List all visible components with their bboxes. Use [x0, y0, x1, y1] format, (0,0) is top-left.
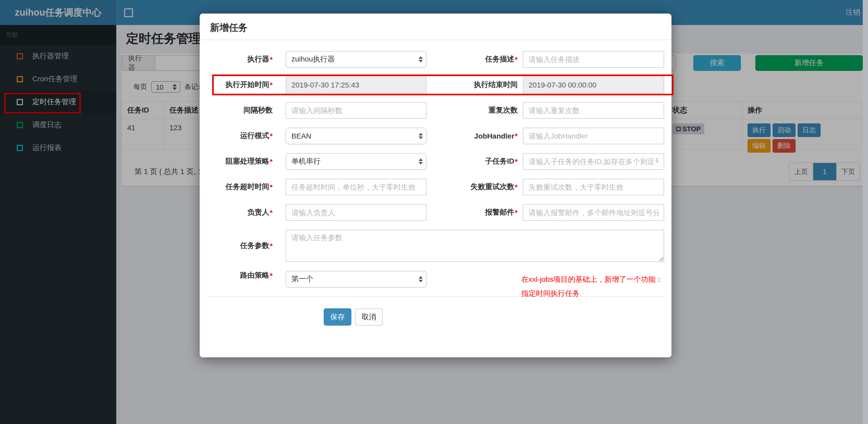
child-job-label: 子任务ID*	[427, 157, 518, 166]
select-arrows-icon	[418, 56, 423, 63]
required-marker: *	[270, 132, 273, 140]
end-time-label: 执行结束时间	[427, 80, 518, 90]
retry-input[interactable]	[523, 179, 664, 195]
required-marker: *	[270, 157, 273, 166]
required-marker: *	[515, 183, 518, 191]
start-time-input[interactable]	[286, 76, 427, 93]
alarm-email-input[interactable]	[523, 204, 664, 221]
required-marker: *	[270, 208, 273, 217]
timeout-input[interactable]	[286, 179, 427, 195]
required-marker: *	[515, 157, 518, 166]
modal-title: 新增任务	[210, 23, 248, 33]
select-arrows-icon	[418, 133, 423, 139]
required-marker: *	[270, 242, 273, 250]
modal-body: 执行器* zuihou执行器 任务描述* 执行开始时间* 执行结束时间 间隔秒数…	[200, 40, 672, 326]
interval-input[interactable]	[286, 102, 427, 119]
block-strategy-select[interactable]: 单机串行	[286, 153, 427, 170]
retry-label: 失败重试次数*	[427, 182, 518, 192]
child-job-input[interactable]	[523, 153, 664, 170]
required-marker: *	[270, 271, 273, 280]
select-arrows-icon	[418, 276, 423, 282]
form-row-owner-email: 负责人* 报警邮件*	[200, 204, 672, 221]
form-row-runmode-handler: 运行模式* BEAN JobHandler*	[200, 128, 672, 144]
form-row-route-strategy: 路由策略* 第一个 在xxl-jobs项目的基础上，新增了一个功能： 指定时间执…	[200, 271, 672, 288]
timeout-label: 任务超时时间*	[200, 182, 273, 192]
required-marker: *	[515, 55, 518, 64]
owner-label: 负责人*	[200, 208, 273, 217]
interval-label: 间隔秒数	[200, 106, 273, 115]
route-strategy-label: 路由策略*	[200, 271, 273, 280]
save-button[interactable]: 保存	[324, 308, 351, 326]
form-row-timeout-retry: 任务超时时间* 失败重试次数*	[200, 179, 672, 195]
executor-select[interactable]: zuihou执行器	[286, 51, 427, 68]
repeat-input[interactable]	[523, 102, 664, 119]
executor-label: 执行器*	[200, 55, 273, 64]
required-marker: *	[515, 132, 518, 140]
required-marker: *	[270, 183, 273, 191]
job-handler-label: JobHandler*	[427, 132, 518, 140]
select-arrows-icon	[418, 158, 423, 165]
alarm-email-label: 报警邮件*	[427, 208, 518, 217]
form-row-block-childjob: 阻塞处理策略* 单机串行 子任务ID*	[200, 153, 672, 170]
modal-footer: 保存 取消	[200, 297, 672, 326]
end-time-input[interactable]	[523, 76, 664, 93]
job-handler-input[interactable]	[523, 128, 664, 144]
run-mode-select[interactable]: BEAN	[286, 128, 427, 144]
feature-note-line1: 在xxl-jobs项目的基础上，新增了一个功能：	[521, 272, 672, 287]
form-row-job-param: 任务参数*	[200, 230, 672, 262]
job-param-label: 任务参数*	[200, 241, 273, 251]
modal-header: 新增任务	[200, 13, 672, 40]
block-strategy-label: 阻塞处理策略*	[200, 157, 273, 166]
required-marker: *	[270, 81, 273, 89]
job-desc-input[interactable]	[523, 51, 664, 68]
route-strategy-select[interactable]: 第一个	[286, 271, 427, 288]
required-marker: *	[515, 208, 518, 217]
owner-input[interactable]	[286, 204, 427, 221]
cancel-button[interactable]: 取消	[355, 308, 383, 326]
form-row-executor-desc: 执行器* zuihou执行器 任务描述*	[200, 51, 672, 68]
app-window: zuihou任务调度中心 注销 导航 执行器管理 Cron任务管理 定时任务管理…	[0, 0, 868, 424]
job-param-textarea[interactable]	[286, 230, 664, 262]
required-marker: *	[270, 55, 273, 64]
run-mode-label: 运行模式*	[200, 131, 273, 141]
feature-note: 在xxl-jobs项目的基础上，新增了一个功能： 指定时间执行任务	[521, 271, 672, 300]
form-row-interval-repeat: 间隔秒数 重复次数	[200, 102, 672, 119]
feature-note-line2: 指定时间执行任务	[521, 287, 672, 300]
browser-scrollbar[interactable]	[863, 0, 868, 424]
job-desc-label: 任务描述*	[427, 55, 518, 64]
add-task-modal: 新增任务 执行器* zuihou执行器 任务描述* 执行开始时间* 执行结束时间…	[200, 13, 672, 357]
start-time-label: 执行开始时间*	[200, 80, 273, 90]
repeat-label: 重复次数	[427, 106, 518, 115]
form-row-time-range: 执行开始时间* 执行结束时间	[200, 76, 672, 93]
